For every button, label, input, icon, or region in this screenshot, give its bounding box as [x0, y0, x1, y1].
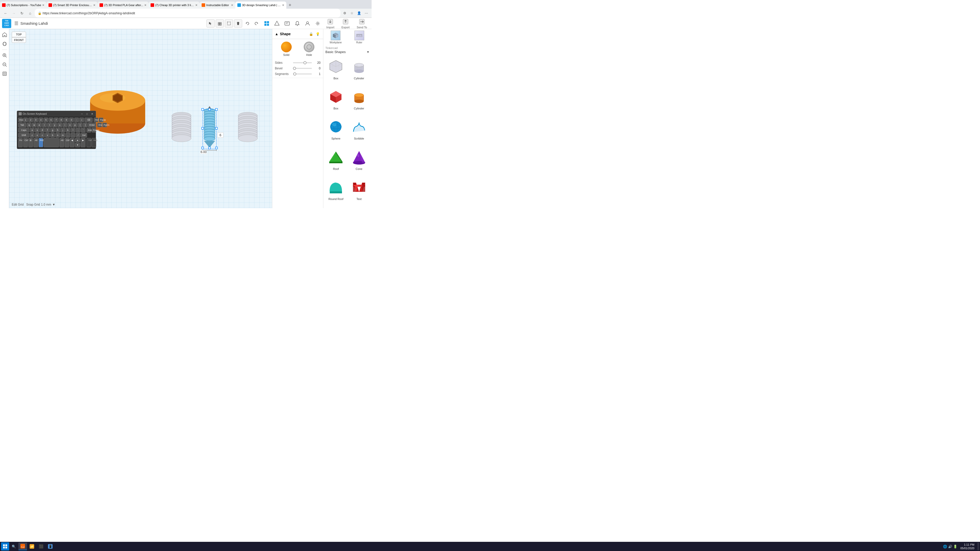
key-down-arrow[interactable]: ▼: [75, 143, 80, 147]
key-pgdn[interactable]: PgDn: [102, 123, 107, 127]
select-tool-button[interactable]: [207, 19, 215, 27]
osk-restore-button[interactable]: □: [85, 112, 89, 116]
key-backspace[interactable]: ⌫: [84, 118, 93, 122]
solid-type[interactable]: Solid: [281, 41, 292, 56]
key-v[interactable]: v: [45, 133, 50, 138]
key-q[interactable]: q: [27, 123, 32, 127]
shape-item-cyl-gray[interactable]: Cylinder: [348, 57, 370, 86]
redo-button[interactable]: [252, 19, 261, 27]
key-esc[interactable]: Esc: [18, 118, 23, 122]
send-to-button[interactable]: Send To: [354, 17, 369, 30]
profile-button[interactable]: [304, 19, 312, 27]
tab-close-5[interactable]: ✕: [231, 3, 233, 7]
home-button[interactable]: ⌂: [27, 10, 34, 17]
view-top[interactable]: TOP: [12, 32, 26, 37]
zoom-out-button[interactable]: [1, 61, 8, 68]
forward-button[interactable]: →: [10, 10, 18, 17]
key-y[interactable]: y: [52, 123, 57, 127]
key-quote[interactable]: ': [81, 128, 86, 132]
settings-button[interactable]: [313, 19, 322, 27]
key-end[interactable]: End: [97, 123, 102, 127]
key-up-arrow[interactable]: ▲: [75, 138, 80, 142]
key-f[interactable]: f: [45, 128, 50, 132]
key-space[interactable]: [44, 138, 59, 147]
favorites-button[interactable]: ☆: [348, 10, 355, 17]
workplane-button[interactable]: Workplane: [325, 30, 347, 44]
tab-3[interactable]: (7) 3D Printed PLA Gear after... ✕: [97, 2, 148, 9]
menu-icon[interactable]: ☰: [14, 21, 18, 26]
key-fn[interactable]: Fn: [18, 138, 23, 147]
snap-grid-dropdown-icon[interactable]: ▼: [52, 203, 56, 206]
key-s[interactable]: s: [35, 128, 40, 132]
key-equals[interactable]: =: [80, 118, 84, 122]
project-name[interactable]: Smashing Lahdi: [21, 21, 204, 25]
key-9[interactable]: 9: [64, 118, 68, 122]
key-help[interactable]: Help: [92, 138, 96, 147]
shape-item-box-gray[interactable]: Box: [325, 57, 347, 86]
tab-close-3[interactable]: ✕: [144, 3, 146, 7]
key-shift[interactable]: Shift: [18, 133, 29, 138]
key-5[interactable]: 5: [44, 118, 48, 122]
key-g[interactable]: g: [50, 128, 55, 132]
category-dropdown[interactable]: Basic Shapes ▼: [323, 49, 372, 56]
key-options[interactable]: Options: [86, 138, 91, 147]
sides-slider[interactable]: [293, 62, 312, 63]
key-1[interactable]: 1: [23, 118, 28, 122]
tab-close-2[interactable]: ✕: [93, 3, 95, 7]
key-right-arrow[interactable]: ▶: [81, 138, 86, 147]
key-0[interactable]: 0: [69, 118, 74, 122]
notifications-button[interactable]: [293, 19, 301, 27]
edit-grid-button[interactable]: Edit Grid: [12, 203, 24, 206]
key-i[interactable]: i: [62, 123, 67, 127]
key-period[interactable]: .: [71, 133, 75, 138]
key-alt-right[interactable]: Alt: [59, 138, 64, 147]
key-e[interactable]: e: [37, 123, 41, 127]
osk-minimize-button[interactable]: ─: [80, 112, 84, 116]
fit-view-button[interactable]: [1, 70, 8, 77]
collapse-shape-icon[interactable]: ▲: [275, 32, 278, 36]
key-caps[interactable]: Caps: [18, 128, 29, 132]
new-tab-button[interactable]: +: [286, 2, 293, 9]
key-c[interactable]: c: [40, 133, 45, 138]
osk-close-button[interactable]: ✕: [90, 112, 94, 116]
key-d[interactable]: d: [40, 128, 45, 132]
tab-4[interactable]: (7) Cheap 3D printer with 3 lin... ✕: [148, 2, 200, 9]
shape-item-roof[interactable]: Roof: [325, 148, 347, 176]
extensions-button[interactable]: ⚙: [342, 10, 348, 17]
key-ctrl-left[interactable]: Ctrl: [23, 138, 28, 147]
home-view-button[interactable]: [1, 31, 8, 38]
key-2[interactable]: 2: [28, 118, 33, 122]
key-3[interactable]: 3: [33, 118, 38, 122]
key-7[interactable]: 7: [54, 118, 59, 122]
key-comma[interactable]: ,: [65, 133, 70, 138]
key-j[interactable]: j: [60, 128, 65, 132]
key-b[interactable]: b: [50, 133, 55, 138]
shape-item-scribble[interactable]: Scribble: [348, 118, 370, 146]
tab-5[interactable]: Instructable Editor ✕: [200, 2, 235, 9]
export-button[interactable]: Export: [339, 17, 352, 30]
snap-grid-control[interactable]: Snap Grid 1.0 mm ▼: [26, 203, 56, 206]
key-del[interactable]: Del: [81, 133, 87, 138]
shape-item-cyl-orange[interactable]: Cylinder: [348, 87, 370, 116]
key-slash[interactable]: /: [76, 133, 80, 138]
key-minus[interactable]: -: [74, 118, 79, 122]
grid-view-button[interactable]: [262, 19, 271, 27]
key-tab[interactable]: Tab: [18, 123, 26, 127]
refresh-button[interactable]: ↻: [18, 10, 25, 17]
key-enter[interactable]: Enter: [88, 123, 96, 127]
key-left-arrow[interactable]: ◀: [70, 138, 75, 147]
tab-close-6[interactable]: ✕: [282, 3, 284, 7]
gear-left-object[interactable]: [170, 111, 193, 147]
key-4[interactable]: 4: [38, 118, 43, 122]
key-n[interactable]: n: [56, 133, 60, 138]
key-h[interactable]: h: [56, 128, 60, 132]
segments-slider[interactable]: [293, 73, 312, 75]
key-home[interactable]: Home: [94, 118, 98, 122]
undo-button[interactable]: [243, 19, 251, 27]
hole-type[interactable]: Hole: [304, 41, 314, 56]
orbit-button[interactable]: [1, 40, 8, 48]
key-pause[interactable]: Pause: [92, 128, 96, 132]
tab-2[interactable]: (7) Smart 3D Printer Enclosure... ✕: [46, 2, 97, 9]
lessons-button[interactable]: [283, 19, 291, 27]
ruler-button[interactable]: Ruler: [348, 30, 370, 44]
